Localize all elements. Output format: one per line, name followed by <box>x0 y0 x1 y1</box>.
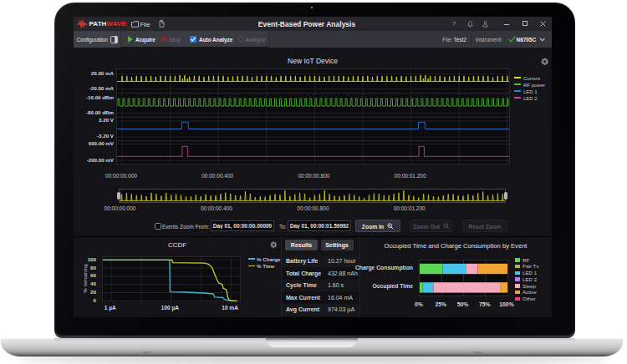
panel-layout-icon <box>110 36 118 43</box>
document-icon[interactable] <box>159 20 165 28</box>
ccdf-y-tick-label: 40 <box>80 281 96 286</box>
legend-swatch-icon <box>515 258 521 262</box>
ccdf-x-tick-label: 1 µA <box>89 305 131 311</box>
bottom-section-divider <box>74 236 552 237</box>
waveform-canvas <box>117 69 509 164</box>
main-x-tick-label: 00:00:01.200 <box>385 173 436 179</box>
stop-button[interactable]: Stop <box>169 37 181 43</box>
zoom-from-input[interactable] <box>211 220 274 231</box>
legend-swatch-icon <box>514 97 521 99</box>
maximize-icon[interactable] <box>522 21 528 26</box>
brand-logo: PATHWAVE <box>89 20 126 28</box>
legend-swatch-icon <box>515 291 521 295</box>
main-chart-gear-icon[interactable] <box>541 58 549 66</box>
events-legend-item: Pair Tx <box>515 263 539 269</box>
laptop-mockup: PATHWAVE File Event-Based Power Analysis… <box>0 0 627 364</box>
events-x-tick-label: 50% <box>453 301 473 307</box>
legend-label: Sleep <box>522 283 536 289</box>
auto-analyze-checkbox[interactable] <box>190 36 196 43</box>
pathwave-logo-icon <box>78 19 87 28</box>
play-icon <box>128 36 133 43</box>
main-chart-plot[interactable] <box>116 68 510 164</box>
file-status-value: Test2 <box>454 37 466 43</box>
legend-item: RF power <box>514 83 545 88</box>
legend-item: Current <box>514 76 540 81</box>
instrument-label: Instrument: <box>476 37 502 43</box>
legend-label: % Time <box>257 263 275 269</box>
ccdf-legend-item: % Time <box>248 263 275 269</box>
events-chart-title: Occupied Time and Charge Consumption by … <box>368 242 543 250</box>
events-chart-plot <box>419 260 508 296</box>
result-value: 974.03 µA <box>328 306 354 312</box>
analyze-button[interactable]: Analyze <box>246 37 266 43</box>
zoom-to-input[interactable] <box>288 220 351 231</box>
toolbar: Configuration Acquire Stop Auto Analyze <box>74 31 552 48</box>
instrument-value[interactable]: N6705C <box>517 37 537 43</box>
help-icon[interactable]: ? <box>452 21 456 27</box>
legend-swatch-icon <box>515 284 521 288</box>
legend-label: LED 1 <box>523 89 538 94</box>
events-category-label: Charge Consumption <box>329 265 413 270</box>
webcam-icon <box>311 7 314 9</box>
minimize-icon[interactable] <box>504 24 509 25</box>
zoom-in-label: Zoom In <box>362 224 384 230</box>
ccdf-title: CCDF <box>135 241 219 249</box>
events-x-tick-label: 75% <box>475 301 495 307</box>
user-icon[interactable] <box>482 21 488 28</box>
overview-right-handle[interactable] <box>504 192 507 200</box>
legend-swatch-icon <box>515 297 521 301</box>
configuration-button[interactable]: Configuration <box>74 31 121 48</box>
close-icon[interactable] <box>540 21 546 27</box>
instrument-connected-icon <box>508 36 516 43</box>
tab-results[interactable]: Results <box>285 240 318 250</box>
reset-zoom-button[interactable]: Reset Zoom <box>462 220 507 232</box>
zoom-in-button[interactable]: Zoom In <box>355 220 400 232</box>
result-value: 432.88 nAh <box>328 270 358 276</box>
result-label: Avg Current <box>286 306 319 312</box>
ccdf-plot <box>102 256 241 301</box>
ccdf-y-tick-label: 20 <box>80 289 96 295</box>
tab-settings[interactable]: Settings <box>321 240 354 250</box>
menu-file[interactable]: File <box>140 21 150 28</box>
legend-label: % Charge <box>257 256 281 262</box>
events-legend-item: LED 1 <box>515 270 538 276</box>
overview-strip[interactable] <box>119 189 506 203</box>
ccdf-y-tick-label: 100 <box>80 256 96 262</box>
title-bar: PATHWAVE File Event-Based Power Analysis… <box>74 17 552 31</box>
folder-icon <box>131 21 139 28</box>
main-y-tick-label: 20.00 mA <box>76 70 114 76</box>
ccdf-y-tick-label: 0 <box>80 297 96 303</box>
legend-swatch-icon <box>515 277 521 281</box>
main-y-tick-label: -20.00 mA <box>76 85 114 91</box>
main-y-tick-label: -80.00 dBm <box>76 109 114 115</box>
main-x-tick-label: 00:00:00.400 <box>192 173 242 179</box>
chevron-down-icon[interactable] <box>539 38 546 42</box>
overview-x-tick-label: 00:00:00.000 <box>95 205 145 211</box>
auto-analyze-label[interactable]: Auto Analyze <box>199 37 232 43</box>
ccdf-x-tick-label: 100 µA <box>149 305 191 311</box>
events-checkbox[interactable] <box>155 223 161 230</box>
main-y-tick-label: -16.00 dBm <box>76 94 114 100</box>
ccdf-gear-icon[interactable] <box>270 241 278 249</box>
app-window: PATHWAVE File Event-Based Power Analysis… <box>74 17 552 317</box>
legend-swatch-icon <box>515 271 521 276</box>
events-legend-item: RF <box>515 257 530 263</box>
overview-left-handle[interactable] <box>117 192 120 200</box>
zoom-out-magnifier-icon <box>443 223 450 230</box>
zoom-out-label: Zoom Out <box>413 224 440 230</box>
bell-icon[interactable] <box>467 21 473 28</box>
legend-item: LED 1 <box>514 89 538 94</box>
laptop-foot-right <box>474 351 482 353</box>
zoom-out-button[interactable]: Zoom Out <box>410 220 453 232</box>
legend-swatch-icon <box>514 90 521 92</box>
zoom-to-label: To: <box>279 224 287 230</box>
overview-x-tick-label: 00:00:00.400 <box>191 205 242 211</box>
acquire-button[interactable]: Acquire <box>135 37 155 43</box>
events-x-tick-label: 25% <box>431 301 451 307</box>
events-legend-item: Active <box>515 289 537 295</box>
legend-label: Pair Tx <box>522 263 538 269</box>
stop-icon <box>161 37 167 43</box>
legend-label: Active <box>522 289 537 295</box>
check-icon <box>190 36 196 43</box>
legend-label: RF power <box>523 83 545 88</box>
